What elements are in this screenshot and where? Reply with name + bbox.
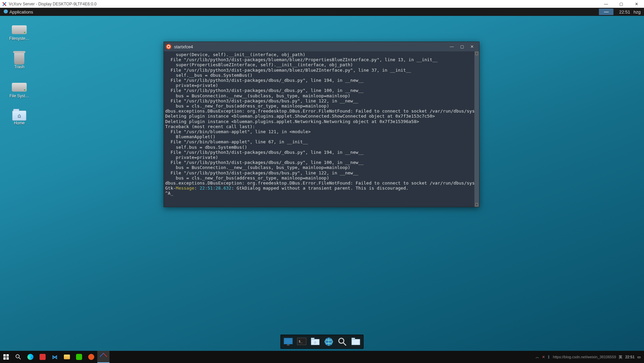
ubuntu-icon	[166, 44, 171, 49]
desktop-icon-trash[interactable]: Trash	[5, 52, 34, 69]
svg-text:$_: $_	[299, 339, 303, 343]
vscode-icon: ⋈	[52, 354, 57, 360]
vcxsrv-icon	[2, 2, 7, 6]
wechat-icon	[76, 354, 82, 360]
scrollbar-up-button[interactable]: ▴	[475, 51, 478, 55]
terminal-gtk-line: Gtk-Message: 22:51:28.632: GtkDialog map…	[165, 186, 478, 191]
taskbar-minimized-window[interactable]: —	[599, 8, 614, 15]
svg-line-10	[343, 343, 346, 345]
terminal-prompt: ^A_	[165, 191, 478, 196]
taskbar-explorer[interactable]	[61, 351, 73, 363]
svg-rect-11	[352, 339, 360, 345]
windows-search-button[interactable]	[12, 351, 24, 363]
explorer-icon	[64, 355, 70, 359]
tray-ime[interactable]: 英	[619, 355, 622, 360]
windows-maximize-button[interactable]: ▢	[614, 0, 629, 8]
xfce-mouse-icon	[3, 9, 8, 14]
dock-show-desktop[interactable]	[282, 336, 294, 348]
xfce-dock: $_ ⌂	[280, 335, 364, 349]
taskbar-edge[interactable]	[24, 351, 36, 363]
tray-chevron-up-icon[interactable]: ︿	[536, 355, 539, 360]
applications-label: Applications	[9, 9, 33, 15]
svg-rect-5	[311, 338, 314, 340]
dock-folder[interactable]	[350, 336, 362, 348]
svg-line-18	[19, 358, 21, 359]
desktop-icon-label: Home	[5, 121, 34, 125]
scrollbar-down-button[interactable]: ▾	[475, 203, 478, 207]
tray-bluetooth-icon[interactable]: ᛒ	[548, 355, 550, 359]
dock-web-browser[interactable]	[323, 336, 335, 348]
panel-clock[interactable]: 22:51	[619, 9, 630, 15]
desktop-icon-filesystem[interactable]: Filesyste…	[5, 23, 34, 41]
desktop-icon-label: Trash	[5, 65, 34, 69]
windows-start-button[interactable]	[0, 351, 12, 363]
home-folder-icon	[12, 111, 26, 121]
windows-taskbar: ⋈ ︿ ✕ ᛒ https://blog.csdn.net/weixin_381…	[0, 351, 644, 363]
xfce-desktop[interactable]: Filesyste… Trash File Syst… Home startxf…	[0, 16, 644, 351]
xfce-top-panel: Applications — 22:51 hzg	[0, 8, 644, 16]
terminal-maximize-button[interactable]: ▢	[457, 43, 467, 50]
tray-clock[interactable]: 22:51	[625, 355, 635, 359]
terminal-titlebar[interactable]: startxfce4 — ▢ ✕	[164, 42, 479, 51]
svg-rect-14	[6, 354, 9, 357]
terminal-scrollbar[interactable]: ▴ ▾	[474, 51, 479, 207]
svg-rect-1	[287, 344, 290, 346]
windows-title: VcXsrv Server - Display DESKTOP-9LTF4E6:…	[9, 2, 598, 6]
taskbar-app-red[interactable]	[36, 351, 49, 363]
terminal-window[interactable]: startxfce4 — ▢ ✕ super(Device, self).__i…	[164, 42, 479, 207]
trash-icon	[14, 52, 24, 65]
taskbar-vcxsrv[interactable]	[97, 351, 109, 363]
svg-rect-13	[3, 354, 6, 357]
dock-file-manager[interactable]: ⌂	[309, 336, 321, 348]
svg-text:⌂: ⌂	[314, 340, 316, 344]
desktop-icon-file-syst[interactable]: File Syst…	[5, 81, 34, 98]
svg-point-9	[339, 338, 344, 343]
terminal-close-button[interactable]: ✕	[467, 43, 477, 50]
windows-close-button[interactable]: ✕	[629, 0, 644, 8]
drive-icon	[12, 83, 27, 92]
drive-icon	[12, 25, 27, 34]
panel-user[interactable]: hzg	[634, 9, 641, 15]
windows-system-tray[interactable]: ︿ ✕ ᛒ https://blog.csdn.net/weixin_38106…	[532, 355, 644, 360]
svg-rect-16	[6, 357, 9, 360]
terminal-minimize-button[interactable]: —	[447, 43, 457, 50]
windows-titlebar: VcXsrv Server - Display DESKTOP-9LTF4E6:…	[0, 0, 644, 8]
taskbar-wechat[interactable]	[73, 351, 85, 363]
tray-notifications-icon[interactable]: ▭	[637, 355, 641, 359]
svg-rect-15	[3, 357, 6, 360]
desktop-icon-label: Filesyste…	[5, 36, 34, 41]
terminal-title: startxfce4	[174, 44, 447, 49]
svg-point-17	[16, 355, 19, 358]
desktop-icon-label: File Syst…	[5, 94, 34, 98]
terminal-body[interactable]: super(Device, self).__init__(interface, …	[164, 51, 479, 207]
terminal-output: super(Device, self).__init__(interface, …	[165, 52, 478, 186]
windows-minimize-button[interactable]: —	[598, 0, 614, 8]
tray-vcxsrv-icon[interactable]: ✕	[542, 355, 545, 359]
dock-terminal[interactable]: $_	[296, 336, 308, 348]
dock-search[interactable]	[336, 336, 348, 348]
red-app-icon	[40, 354, 46, 360]
svg-rect-12	[352, 338, 355, 340]
vcxsrv-taskbar-icon	[101, 354, 106, 359]
taskbar-vscode[interactable]: ⋈	[49, 351, 61, 363]
ubuntu-taskbar-icon	[88, 354, 94, 360]
taskbar-ubuntu[interactable]	[85, 351, 97, 363]
edge-icon	[27, 354, 33, 360]
tray-url-watermark: https://blog.csdn.net/weixin_38106559	[553, 355, 616, 359]
applications-menu-button[interactable]: Applications	[2, 8, 34, 16]
desktop-icon-home[interactable]: Home	[5, 109, 34, 125]
svg-rect-0	[284, 338, 293, 344]
